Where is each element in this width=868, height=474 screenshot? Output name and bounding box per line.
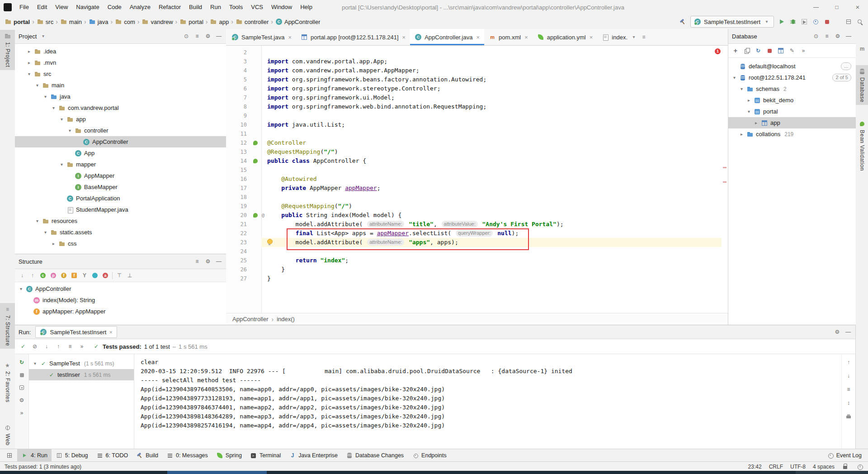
breadcrumb-controller[interactable]: controller <box>236 18 269 25</box>
options-icon[interactable] <box>193 33 201 40</box>
tool-button-tool-maven[interactable] <box>856 43 868 55</box>
line-number[interactable]: 12 <box>226 138 250 147</box>
breadcrumb-appcontroller[interactable]: AppController <box>275 18 321 25</box>
toolwindow-button-event-log[interactable]: Event Log <box>822 449 866 462</box>
minimize-icon[interactable] <box>844 328 852 336</box>
layout-icon[interactable] <box>845 18 852 25</box>
line-number[interactable]: 15 <box>226 166 250 175</box>
breadcrumb-com[interactable]: com <box>115 18 135 25</box>
code-line[interactable]: 4import com.vandrew.portal.mapper.AppMap… <box>226 66 728 75</box>
status-item-4-spaces[interactable]: 4 spaces <box>813 464 835 470</box>
options-icon[interactable] <box>193 258 201 265</box>
gear-icon[interactable] <box>834 328 841 336</box>
menu-tools[interactable]: Tools <box>225 0 247 14</box>
editor-tab-application-yml[interactable]: application.yml× <box>533 29 598 45</box>
project-item-app[interactable]: app <box>15 114 226 125</box>
database-item-default-localhost[interactable]: default@localhost... <box>728 61 856 72</box>
scrollbar-error-mark[interactable] <box>723 181 726 183</box>
menu-help[interactable]: Help <box>296 0 316 14</box>
code-line[interactable]: 8import org.springframework.web.bind.ann… <box>226 102 728 111</box>
breadcrumb-portal[interactable]: portal <box>179 18 203 25</box>
pencil-icon[interactable] <box>788 47 796 54</box>
toolwindow-button-database-changes[interactable]: Database Changes <box>342 449 408 462</box>
tree-toggle-icon[interactable] <box>738 128 745 140</box>
chevron-down-icon[interactable] <box>39 33 47 40</box>
toolwindow-button-java-enterprise[interactable]: Java Enterprise <box>285 449 342 462</box>
code-line[interactable]: 10import java.util.List; <box>226 120 728 129</box>
database-item-root-122-51-178-241[interactable]: root@122.51.178.2412 of 5 <box>728 72 856 83</box>
tree-toggle-icon[interactable] <box>18 283 24 294</box>
at-icon[interactable] <box>259 212 267 219</box>
tree-toggle-icon[interactable] <box>42 227 49 238</box>
test-console[interactable]: clear2020-03-15 12:20:59.512 INFO 22976 … <box>134 354 841 449</box>
menu-file[interactable]: File <box>15 0 33 14</box>
show-top-icon[interactable] <box>116 272 123 279</box>
table-icon[interactable] <box>777 47 784 54</box>
menu-navigate[interactable]: Navigate <box>72 0 103 14</box>
tree-toggle-icon[interactable] <box>50 102 57 114</box>
intention-bulb-icon[interactable] <box>266 238 273 246</box>
tool-button-web[interactable]: Web <box>0 422 15 448</box>
square-f-icon[interactable] <box>71 272 78 279</box>
tree-toggle-icon[interactable] <box>26 68 33 80</box>
tree-toggle-icon[interactable] <box>738 83 745 95</box>
play-icon[interactable] <box>778 18 785 25</box>
tab-close-icon[interactable]: × <box>524 34 528 41</box>
tree-toggle-icon[interactable] <box>32 358 38 369</box>
breadcrumb-vandrew[interactable]: vandrew <box>142 18 173 25</box>
code-line[interactable]: 13@RequestMapping("/") <box>226 147 728 156</box>
tree-toggle-icon[interactable] <box>58 114 65 125</box>
editor-tab-index[interactable]: index. <box>597 29 652 45</box>
line-number[interactable]: 27 <box>226 274 250 283</box>
line-number[interactable]: 4 <box>226 66 250 75</box>
code-line[interactable]: 20 public String index(Model model) { <box>226 211 728 220</box>
project-item-controller[interactable]: controller <box>15 125 226 136</box>
profiler-icon[interactable] <box>812 18 819 25</box>
line-number[interactable]: 16 <box>226 175 250 184</box>
line-number[interactable]: 23 <box>226 238 250 247</box>
menu-window[interactable]: Window <box>267 0 296 14</box>
tree-toggle-icon[interactable] <box>753 117 760 128</box>
code-line[interactable]: 15 <box>226 166 728 175</box>
database-item-app[interactable]: app <box>728 117 856 128</box>
code-line[interactable]: 24 <box>226 247 728 256</box>
circle-a-icon[interactable] <box>102 272 109 279</box>
project-item-appcontroller[interactable]: AppController <box>15 136 226 147</box>
editor-tab-appcontroller-java[interactable]: AppController.java× <box>410 29 484 45</box>
toolwindow-button-0-messages[interactable]: 0: Messages <box>162 449 212 462</box>
lock-icon[interactable] <box>842 463 849 470</box>
line-number[interactable]: 7 <box>226 93 250 102</box>
menu-analyze[interactable]: Analyze <box>126 0 155 14</box>
code-line[interactable]: 3import com.vandrew.portal.app.App; <box>226 57 728 66</box>
code-line[interactable]: 9 <box>226 111 728 120</box>
breadcrumb-portal[interactable]: portal <box>5 18 30 25</box>
menu-build[interactable]: Build <box>185 0 206 14</box>
chevron-down-icon[interactable] <box>630 33 637 41</box>
line-number[interactable]: 6 <box>226 84 250 93</box>
toolwindow-button-6-todo[interactable]: 6: TODO <box>92 449 132 462</box>
sort-alpha-icon[interactable] <box>29 272 36 279</box>
project-item-appmapper[interactable]: AppMapper <box>15 170 226 181</box>
tree-toggle-icon[interactable] <box>34 215 41 227</box>
structure-item-appmapper-appmapper[interactable]: appMapper: AppMapper <box>15 306 226 317</box>
line-number[interactable]: 20 <box>226 211 250 220</box>
print-icon[interactable] <box>845 413 852 420</box>
toolwindow-button-endpoints[interactable]: Endpoints <box>408 449 451 462</box>
tool-button-7-structure[interactable]: 7: Structure <box>0 303 15 349</box>
eventlog-icon[interactable] <box>856 463 863 470</box>
line-number[interactable]: 25 <box>226 256 250 265</box>
line-number[interactable]: 22 <box>226 229 250 238</box>
line-number[interactable]: 17 <box>226 184 250 193</box>
project-item-java[interactable]: java <box>15 91 226 102</box>
breadcrumb-java[interactable]: java <box>89 18 108 25</box>
code-line[interactable]: 12@Controller <box>226 138 728 147</box>
database-item-schemas[interactable]: schemas2 <box>728 83 856 95</box>
bean-icon[interactable] <box>252 157 259 165</box>
code-line[interactable]: 26 } <box>226 265 728 274</box>
menu-edit[interactable]: Edit <box>33 0 51 14</box>
code-line[interactable]: 27} <box>226 274 728 283</box>
line-number[interactable]: 8 <box>226 102 250 111</box>
menu-run[interactable]: Run <box>206 0 225 14</box>
breadcrumb-method[interactable]: index() <box>277 316 295 322</box>
menu-refactor[interactable]: Refactor <box>155 0 185 14</box>
